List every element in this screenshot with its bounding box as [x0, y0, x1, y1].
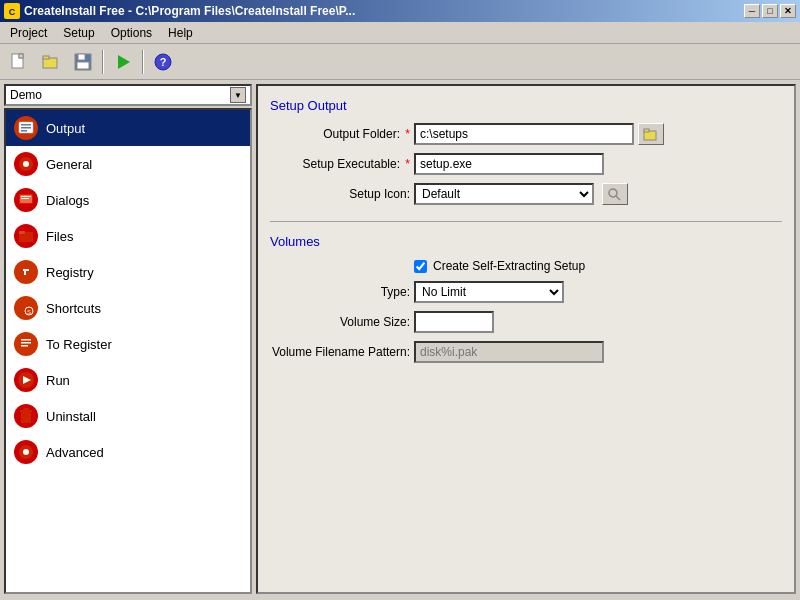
- setup-executable-input[interactable]: [414, 153, 604, 175]
- svg-rect-30: [21, 342, 31, 344]
- menu-bar: Project Setup Options Help: [0, 22, 800, 44]
- sidebar-item-shortcuts[interactable]: S Shortcuts: [6, 290, 250, 326]
- new-button[interactable]: [4, 48, 34, 76]
- svg-rect-7: [78, 54, 85, 60]
- sidebar-item-advanced[interactable]: Advanced: [6, 434, 250, 470]
- svg-rect-5: [43, 56, 49, 59]
- setup-output-section: Setup Output Output Folder: * S: [270, 98, 782, 205]
- help-button[interactable]: ?: [148, 48, 178, 76]
- menu-project[interactable]: Project: [2, 24, 55, 42]
- svg-point-38: [23, 449, 29, 455]
- sidebar-label-uninstall: Uninstall: [46, 409, 96, 424]
- right-panel: Setup Output Output Folder: * S: [256, 84, 796, 594]
- svg-line-46: [616, 196, 620, 200]
- sidebar-label-dialogs: Dialogs: [46, 193, 89, 208]
- volume-filename-row: Volume Filename Pattern:: [270, 341, 782, 363]
- dropdown-arrow-icon[interactable]: ▼: [230, 87, 246, 103]
- sidebar-label-shortcuts: Shortcuts: [46, 301, 101, 316]
- type-row: Type: No Limit 1.44 MB 650 MB 700 MB: [270, 281, 782, 303]
- minimize-button[interactable]: ─: [744, 4, 760, 18]
- output-icon: [14, 116, 38, 140]
- left-panel: Demo ▼ Output: [4, 84, 252, 594]
- svg-rect-14: [21, 127, 31, 129]
- maximize-button[interactable]: □: [762, 4, 778, 18]
- setup-icon-row: Setup Icon: Default Custom: [270, 183, 782, 205]
- window-controls: ─ □ ✕: [744, 4, 796, 18]
- general-icon: [14, 152, 38, 176]
- sidebar-label-files: Files: [46, 229, 73, 244]
- app-icon: C: [4, 3, 20, 19]
- svg-point-45: [609, 189, 617, 197]
- output-folder-label: Output Folder: *: [270, 127, 410, 141]
- svg-rect-8: [77, 62, 89, 69]
- dialogs-icon: [14, 188, 38, 212]
- sidebar-item-run[interactable]: Run: [6, 362, 250, 398]
- svg-rect-40: [25, 456, 27, 459]
- svg-point-17: [23, 161, 29, 167]
- setup-executable-row: Setup Executable: *: [270, 153, 782, 175]
- browse-icon-button[interactable]: [602, 183, 628, 205]
- shortcuts-icon: S: [14, 296, 38, 320]
- svg-rect-35: [20, 410, 32, 412]
- svg-rect-42: [30, 451, 33, 453]
- sidebar-item-dialogs[interactable]: Dialogs: [6, 182, 250, 218]
- sidebar-label-toregister: To Register: [46, 337, 112, 352]
- output-folder-row: Output Folder: *: [270, 123, 782, 145]
- sidebar-item-registry[interactable]: Registry: [6, 254, 250, 290]
- toregister-icon: [14, 332, 38, 356]
- sidebar-item-toregister[interactable]: To Register: [6, 326, 250, 362]
- title-bar: C CreateInstall Free - C:\Program Files\…: [0, 0, 800, 22]
- menu-options[interactable]: Options: [103, 24, 160, 42]
- window-title: CreateInstall Free - C:\Program Files\Cr…: [24, 4, 744, 18]
- sidebar-item-general[interactable]: General: [6, 146, 250, 182]
- volume-size-input[interactable]: [414, 311, 494, 333]
- svg-rect-31: [21, 345, 28, 347]
- sidebar-item-uninstall[interactable]: Uninstall: [6, 398, 250, 434]
- setup-output-title: Setup Output: [270, 98, 782, 113]
- toolbar-separator-2: [142, 50, 144, 74]
- open-button[interactable]: [36, 48, 66, 76]
- sidebar-label-run: Run: [46, 373, 70, 388]
- svg-rect-20: [21, 196, 31, 197]
- main-container: Demo ▼ Output: [0, 80, 800, 598]
- required-star-1: *: [405, 127, 410, 141]
- required-star-2: *: [405, 157, 410, 171]
- type-select[interactable]: No Limit 1.44 MB 650 MB 700 MB: [414, 281, 564, 303]
- self-extracting-checkbox[interactable]: [414, 260, 427, 273]
- volumes-title: Volumes: [270, 234, 782, 249]
- volume-filename-input[interactable]: [414, 341, 604, 363]
- menu-setup[interactable]: Setup: [55, 24, 102, 42]
- svg-rect-15: [21, 130, 27, 132]
- close-button[interactable]: ✕: [780, 4, 796, 18]
- uninstall-icon: [14, 404, 38, 428]
- section-divider: [270, 221, 782, 222]
- volume-filename-label: Volume Filename Pattern:: [270, 345, 410, 359]
- advanced-icon: [14, 440, 38, 464]
- svg-rect-36: [23, 408, 29, 410]
- setup-executable-label: Setup Executable: *: [270, 157, 410, 171]
- browse-output-button[interactable]: [638, 123, 664, 145]
- sidebar-label-advanced: Advanced: [46, 445, 104, 460]
- save-button[interactable]: [68, 48, 98, 76]
- svg-text:C: C: [9, 7, 16, 17]
- output-folder-input[interactable]: [414, 123, 634, 145]
- sidebar-item-output[interactable]: Output: [6, 110, 250, 146]
- sidebar-item-files[interactable]: Files: [6, 218, 250, 254]
- type-label: Type:: [270, 285, 410, 299]
- setup-icon-label: Setup Icon:: [270, 187, 410, 201]
- svg-rect-21: [21, 198, 29, 199]
- files-icon: [14, 224, 38, 248]
- project-dropdown[interactable]: Demo ▼: [4, 84, 252, 106]
- menu-help[interactable]: Help: [160, 24, 201, 42]
- sidebar-label-general: General: [46, 157, 92, 172]
- toolbar: ?: [0, 44, 800, 80]
- svg-rect-44: [644, 129, 649, 132]
- sidebar-label-output: Output: [46, 121, 85, 136]
- build-button[interactable]: [108, 48, 138, 76]
- self-extracting-label[interactable]: Create Self-Extracting Setup: [433, 259, 585, 273]
- svg-rect-39: [25, 445, 27, 448]
- project-name: Demo: [10, 88, 42, 102]
- volumes-section: Volumes Create Self-Extracting Setup Typ…: [270, 234, 782, 363]
- setup-icon-select[interactable]: Default Custom: [414, 183, 594, 205]
- svg-text:S: S: [27, 309, 31, 315]
